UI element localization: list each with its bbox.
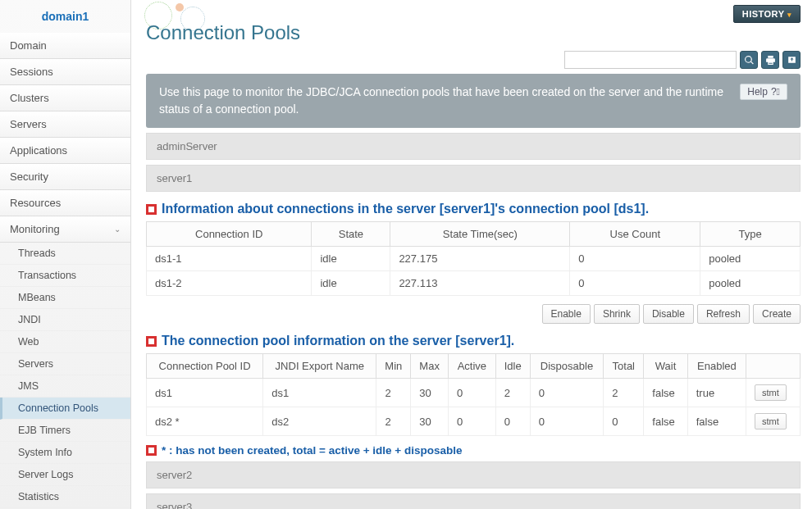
section1-title-text: Information about connections in the ser… — [162, 202, 649, 216]
nav-jms[interactable]: JMS — [0, 375, 130, 398]
cell: 2 — [495, 379, 530, 407]
cell: false — [644, 407, 687, 436]
nav-mon-servers[interactable]: Servers — [0, 353, 130, 375]
col-total: Total — [604, 354, 644, 379]
table-row[interactable]: ds1 ds1 2 30 0 2 0 2 false true stmt — [147, 379, 801, 407]
nav-ejb-timers[interactable]: EJB Timers — [0, 420, 130, 442]
connections-table: Connection ID State State Time(sec) Use … — [146, 221, 801, 296]
col-pool-id: Connection Pool ID — [147, 354, 263, 379]
nav-threads[interactable]: Threads — [0, 243, 130, 265]
table-row[interactable]: ds2 * ds2 2 30 0 0 0 0 false false stmt — [147, 407, 801, 436]
cell: pooled — [700, 247, 801, 271]
nav-statistics[interactable]: Statistics — [0, 486, 130, 508]
cell: 227.175 — [390, 247, 570, 271]
section-icon — [146, 445, 157, 456]
cell: 2 — [376, 407, 411, 436]
nav-servers[interactable]: Servers — [0, 111, 130, 138]
print-icon[interactable] — [761, 51, 779, 69]
cell: 0 — [570, 247, 700, 271]
cell: ds1-1 — [147, 247, 312, 271]
export-xml-icon[interactable] — [782, 51, 801, 69]
section2-title: The connection pool information on the s… — [146, 334, 801, 348]
cell: idle — [312, 247, 390, 271]
cell: 30 — [411, 379, 449, 407]
nav-domain[interactable]: Domain — [0, 33, 130, 59]
col-use-count: Use Count — [570, 222, 700, 247]
nav-monitoring-label: Monitoring — [10, 223, 60, 235]
domain-name[interactable]: domain1 — [0, 0, 130, 33]
page-title: Connection Pools — [146, 21, 801, 44]
search-bar — [146, 51, 801, 69]
col-min: Min — [376, 354, 411, 379]
cell: 0 — [530, 379, 604, 407]
nav-server-logs[interactable]: Server Logs — [0, 464, 130, 486]
cell: 2 — [604, 379, 644, 407]
nav-transactions[interactable]: Transactions — [0, 265, 130, 287]
section-icon — [146, 204, 157, 215]
footnote-text: * : has not been created, total = active… — [162, 444, 463, 457]
history-button[interactable]: HISTORY▾ — [733, 5, 801, 23]
col-max: Max — [411, 354, 449, 379]
cell: 0 — [530, 407, 604, 436]
help-icon: ?⃞ — [771, 86, 780, 98]
nav-jndi[interactable]: JNDI — [0, 309, 130, 331]
pools-table: Connection Pool ID JNDI Export Name Min … — [146, 353, 801, 436]
col-jndi: JNDI Export Name — [263, 354, 376, 379]
cell: pooled — [700, 271, 801, 296]
stmt-button[interactable]: stmt — [755, 384, 787, 401]
server-row-3[interactable]: server3 — [146, 493, 801, 509]
server-row-1[interactable]: server1 — [146, 165, 801, 192]
cell: ds2 * — [147, 407, 263, 436]
nav-connection-pools[interactable]: Connection Pools — [0, 398, 130, 420]
search-icon[interactable] — [740, 51, 758, 69]
info-banner: Use this page to monitor the JDBC/JCA co… — [146, 74, 801, 128]
disable-button[interactable]: Disable — [643, 304, 694, 324]
col-type: Type — [700, 222, 801, 247]
enable-button[interactable]: Enable — [542, 304, 591, 324]
col-stmt — [746, 354, 801, 379]
cell: 0 — [570, 271, 700, 296]
col-wait: Wait — [644, 354, 687, 379]
cell: ds2 — [263, 407, 376, 436]
col-state: State — [312, 222, 390, 247]
nav-resources[interactable]: Resources — [0, 190, 130, 216]
server-row-admin[interactable]: adminServer — [146, 133, 801, 160]
col-enabled: Enabled — [687, 354, 746, 379]
table-row[interactable]: ds1-2 idle 227.113 0 pooled — [147, 271, 801, 296]
col-disposable: Disposable — [530, 354, 604, 379]
nav-security[interactable]: Security — [0, 164, 130, 190]
nav-mbeans[interactable]: MBeans — [0, 287, 130, 309]
section-icon — [146, 336, 157, 347]
nav-applications[interactable]: Applications — [0, 138, 130, 164]
server-row-2[interactable]: server2 — [146, 461, 801, 489]
nav-clusters[interactable]: Clusters — [0, 85, 130, 111]
nav-web[interactable]: Web — [0, 331, 130, 353]
create-button[interactable]: Create — [753, 304, 801, 324]
refresh-button[interactable]: Refresh — [697, 304, 750, 324]
section1-title: Information about connections in the ser… — [146, 202, 801, 216]
cell: true — [687, 379, 746, 407]
nav-sessions[interactable]: Sessions — [0, 59, 130, 85]
stmt-button[interactable]: stmt — [755, 413, 787, 429]
help-button[interactable]: Help ?⃞ — [740, 84, 787, 100]
cell: idle — [312, 271, 390, 296]
history-label: HISTORY — [742, 9, 785, 19]
col-idle: Idle — [495, 354, 530, 379]
cell: false — [644, 379, 687, 407]
cell: 0 — [449, 407, 496, 436]
chevron-down-icon: ⌄ — [114, 225, 121, 234]
table-row[interactable]: ds1-1 idle 227.175 0 pooled — [147, 247, 801, 271]
cell: 0 — [604, 407, 644, 436]
cell: 0 — [495, 407, 530, 436]
nav-monitoring[interactable]: Monitoring ⌄ — [0, 216, 130, 243]
col-active: Active — [449, 354, 496, 379]
shrink-button[interactable]: Shrink — [594, 304, 640, 324]
nav-system-info[interactable]: System Info — [0, 442, 130, 464]
cell: 227.113 — [390, 271, 570, 296]
cell: false — [687, 407, 746, 436]
col-state-time: State Time(sec) — [390, 222, 570, 247]
search-input[interactable] — [564, 51, 737, 69]
help-label: Help — [747, 86, 768, 98]
cell: 2 — [376, 379, 411, 407]
main-content: HISTORY▾ Connection Pools Use this page … — [131, 0, 812, 509]
